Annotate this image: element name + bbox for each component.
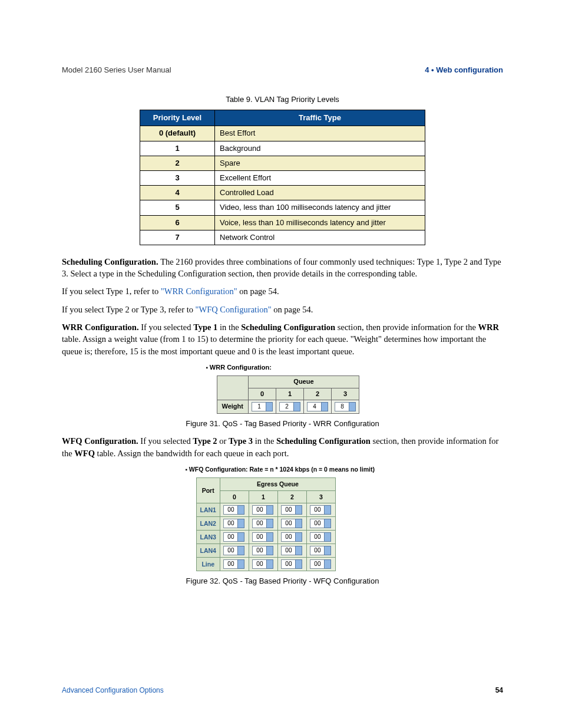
wfq-rate-stepper[interactable]: 00 (220, 503, 249, 517)
wfq-rate-stepper[interactable]: 00 (249, 531, 277, 544)
wfq-table: Port Egress Queue 0123 LAN100000000LAN20… (196, 477, 336, 571)
traffic-type: Voice, less than 10 milliseconds latency… (215, 215, 425, 230)
wfq-row: LAN400000000 (196, 544, 335, 558)
running-head-left: Model 2160 Series User Manual (62, 65, 171, 75)
traffic-type: Network Control (215, 230, 425, 245)
para-type23: If you select Type 2 or Type 3, refer to… (62, 304, 503, 315)
wrr-col-header: 3 (331, 388, 359, 400)
priority-level: 6 (140, 215, 215, 230)
traffic-type: Controlled Load (215, 186, 425, 200)
wfq-port-label: LAN2 (196, 517, 220, 531)
wrr-weight-stepper[interactable]: 1 (248, 400, 276, 414)
wrr-queue-header: Queue (248, 376, 359, 388)
wfq-title: WFQ Configuration: Rate = n * 1024 kbps … (186, 465, 380, 474)
priority-level: 0 (default) (140, 126, 215, 141)
wfq-col-header: 2 (277, 490, 306, 503)
wfq-egress-header: Egress Queue (220, 477, 335, 490)
priority-level: 3 (140, 170, 215, 185)
type1-pre: If you select Type 1, refer to (62, 286, 161, 296)
wfq-row: LAN200000000 (196, 517, 335, 531)
figure31-caption: Figure 31. QoS - Tag Based Priority - WR… (62, 419, 503, 429)
link-wrr-config[interactable]: "WRR Configuration" (161, 286, 237, 296)
wrr-col-header: 1 (276, 388, 303, 400)
table9-caption: Table 9. VLAN Tag Priority Levels (62, 94, 503, 105)
running-head-right: 4 • Web configuration (425, 65, 503, 75)
wfq-col-header: 0 (220, 490, 249, 503)
running-head: Model 2160 Series User Manual 4 • Web co… (62, 65, 503, 75)
priority-level: 1 (140, 141, 215, 156)
figure32-caption: Figure 32. QoS - Tag Based Priority - WF… (62, 576, 503, 587)
table9-header-level: Priority Level (140, 110, 215, 126)
wfq-col-header: 3 (306, 490, 335, 503)
wfq-col-header: 1 (249, 490, 277, 503)
traffic-type: Background (215, 141, 425, 156)
wfq-rate-stepper[interactable]: 00 (306, 558, 335, 571)
table-row: 5Video, less than 100 milliseconds laten… (140, 200, 425, 215)
wrr-table: Queue 0123 Weight1248 (217, 375, 359, 414)
page: Model 2160 Series User Manual 4 • Web co… (0, 0, 562, 728)
wfq-rate-stepper[interactable]: 00 (277, 531, 306, 544)
priority-level: 5 (140, 200, 215, 215)
priority-level: 2 (140, 156, 215, 170)
table-row: 7Network Control (140, 230, 425, 245)
lead-wrr: WRR Configuration. (62, 322, 141, 332)
wfq-rate-stepper[interactable]: 00 (306, 531, 335, 544)
para-wrr: WRR Configuration. If you selected Type … (62, 321, 503, 357)
wrr-col-header: 2 (303, 388, 331, 400)
wfq-rate-stepper[interactable]: 00 (249, 558, 277, 571)
table-row: 0 (default)Best Effort (140, 126, 425, 141)
type23-pre: If you select Type 2 or Type 3, refer to (62, 305, 196, 314)
para-scheduling: Scheduling Configuration. The 2160 provi… (62, 256, 503, 280)
wfq-rate-stepper[interactable]: 00 (277, 503, 306, 517)
wfq-rate-stepper[interactable]: 00 (306, 517, 335, 531)
wfq-rate-stepper[interactable]: 00 (277, 558, 306, 571)
wfq-port-label: Line (196, 558, 220, 571)
wfq-rate-stepper[interactable]: 00 (220, 558, 249, 571)
wfq-port-label: LAN1 (196, 503, 220, 517)
table-row: 4Controlled Load (140, 186, 425, 200)
footer: Advanced Configuration Options 54 (62, 686, 503, 696)
wrr-title: WRR Configuration: (206, 363, 359, 372)
para-wfq: WFQ Configuration. If you selected Type … (62, 435, 503, 459)
table-row: 2Spare (140, 156, 425, 170)
figure32: WFQ Configuration: Rate = n * 1024 kbps … (186, 465, 380, 571)
table-row: 1Background (140, 141, 425, 156)
wfq-port-header: Port (196, 477, 220, 503)
wfq-row: LAN300000000 (196, 531, 335, 544)
para-type1: If you select Type 1, refer to "WRR Conf… (62, 285, 503, 297)
wrr-weight-label: Weight (217, 400, 248, 414)
traffic-type: Excellent Effort (215, 170, 425, 185)
type23-post: on page 54. (272, 305, 313, 314)
wfq-rate-stepper[interactable]: 00 (277, 544, 306, 558)
lead-scheduling: Scheduling Configuration. (62, 257, 160, 266)
wfq-rate-stepper[interactable]: 00 (220, 531, 249, 544)
wfq-rate-stepper[interactable]: 00 (249, 517, 277, 531)
lead-wfq: WFQ Configuration. (62, 436, 140, 446)
traffic-type: Spare (215, 156, 425, 170)
wrr-weight-stepper[interactable]: 8 (331, 400, 359, 414)
wfq-rate-stepper[interactable]: 00 (249, 503, 277, 517)
wfq-rate-stepper[interactable]: 00 (277, 517, 306, 531)
wfq-port-label: LAN4 (196, 544, 220, 558)
priority-level: 4 (140, 186, 215, 200)
table-row: 6Voice, less than 10 milliseconds latenc… (140, 215, 425, 230)
wfq-rate-stepper[interactable]: 00 (249, 544, 277, 558)
traffic-type: Best Effort (215, 126, 425, 141)
wfq-rate-stepper[interactable]: 00 (306, 544, 335, 558)
wfq-rate-stepper[interactable]: 00 (220, 544, 249, 558)
priority-level: 7 (140, 230, 215, 245)
table-row: 3Excellent Effort (140, 170, 425, 185)
table9-header-type: Traffic Type (215, 110, 425, 126)
table9: Priority Level Traffic Type 0 (default)B… (140, 110, 425, 245)
wfq-rate-stepper[interactable]: 00 (306, 503, 335, 517)
wrr-weight-stepper[interactable]: 2 (276, 400, 303, 414)
footer-left: Advanced Configuration Options (62, 686, 164, 696)
wrr-weight-stepper[interactable]: 4 (303, 400, 331, 414)
wfq-port-label: LAN3 (196, 531, 220, 544)
wfq-row: Line00000000 (196, 558, 335, 571)
link-wfq-config[interactable]: "WFQ Configuration" (196, 305, 272, 314)
wfq-rate-stepper[interactable]: 00 (220, 517, 249, 531)
traffic-type: Video, less than 100 milliseconds latenc… (215, 200, 425, 215)
footer-page: 54 (495, 686, 503, 696)
figure31: WRR Configuration: Queue 0123 Weight1248 (206, 363, 359, 414)
